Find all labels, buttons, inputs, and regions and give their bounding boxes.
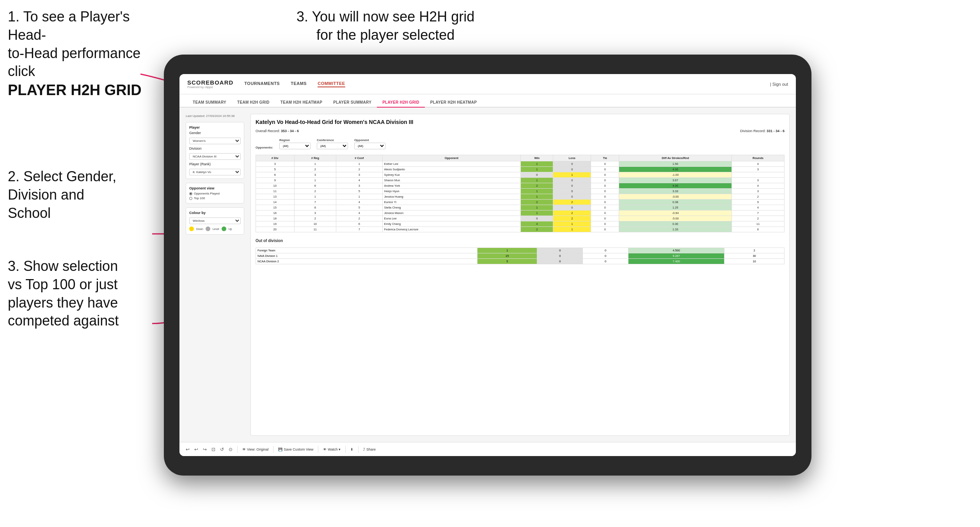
colour-by-select[interactable]: Win/loss [189,218,241,224]
th-tie: Tie [591,155,619,161]
instruction-step3-top: 3. You will now see H2H grid for the pla… [296,8,474,44]
legend-down-dot [189,226,194,231]
filter-row: Opponents: Region (All) Conference (All) [256,138,785,149]
gender-label: Gender [189,131,241,135]
eye-icon: 👁 [242,447,246,451]
division-record: Division Record: 331 - 34 - 6 [740,129,785,133]
bottom-toolbar: ↩ ↩ ↪ ⊡ ↺ ⊙ 👁 View: Original 💾 Save Cust… [179,442,796,456]
logo-sub: Powered by clippd [187,86,225,89]
conference-select[interactable]: (All) [317,143,348,149]
nav-links: TOURNAMENTS TEAMS COMMITTEE [244,81,770,87]
sub-nav-team-summary[interactable]: TEAM SUMMARY [187,98,232,108]
conference-label: Conference [317,138,348,142]
legend-level-dot [206,226,210,231]
colour-section: Colour by Win/loss Down Level Up [186,207,244,235]
opponent-view-section: Opponent view Opponents Played Top 100 [186,183,244,203]
table-row: 1311 Jessica Huang 100 -3.002 [256,194,785,200]
sub-nav: TEAM SUMMARY TEAM H2H GRID TEAM H2H HEAT… [179,94,796,108]
th-conf: # Conf [336,155,382,161]
opponent-label: Opponent [354,138,385,142]
watch-icon: 👁 [323,447,327,451]
toolbar-sep3 [318,446,318,453]
view-original-button[interactable]: 👁 View: Original [242,447,268,451]
gender-select[interactable]: Women's [189,138,241,144]
toolbar-sep1 [237,446,238,453]
save-icon: 💾 [278,447,282,451]
th-reg: # Reg [294,155,336,161]
table-row: 522 Alexis Sudjianto 100 4.003 [256,167,785,172]
sub-nav-player-h2h-heatmap[interactable]: PLAYER H2H HEATMAP [425,98,482,108]
tablet: SCOREBOARD Powered by clippd TOURNAMENTS… [164,55,811,476]
region-label: Region [279,138,311,142]
opponent-filter: Opponent (All) [354,138,385,149]
toolbar-sep5 [358,446,359,453]
colour-by-label: Colour by [189,211,241,215]
grid-icon[interactable]: ⊡ [211,447,215,452]
opponent-select[interactable]: (All) [354,143,385,149]
table-row: 914 Sharon Mun 100 3.673 [256,178,785,183]
player-rank-select[interactable]: 8. Katelyn Vo [189,169,241,175]
tablet-screen: SCOREBOARD Powered by clippd TOURNAMENTS… [179,74,796,456]
undo-icon[interactable]: ↩ [186,447,190,452]
region-filter: Region (All) [279,138,311,149]
logo: SCOREBOARD [187,79,233,86]
th-diff: Diff Av Strokes/Rnd [619,155,732,161]
share-icon: ⤴ [363,447,365,451]
division-select[interactable]: NCAA Division III [189,153,241,160]
overall-record: Overall Record: 353 - 34 - 6 [256,129,299,133]
out-of-division-header: Out of division [256,239,785,243]
toolbar-sep4 [345,446,346,453]
table-row: 311 Esther Lee 100 1.504 [256,161,785,167]
sub-nav-player-h2h-grid[interactable]: PLAYER H2H GRID [377,98,425,108]
sub-nav-team-h2h-heatmap[interactable]: TEAM H2H HEATMAP [275,98,328,108]
th-loss: Loss [553,155,591,161]
target-icon[interactable]: ⊙ [229,447,233,452]
radio-top100[interactable]: Top 100 [189,196,241,200]
th-rounds: Rounds [731,155,784,161]
colour-legend: Down Level Up [189,226,241,231]
table-row: 19106 Emily Chang 410 0.3011 [256,221,785,227]
sub-nav-team-h2h-grid[interactable]: TEAM H2H GRID [232,98,275,108]
redo-icon[interactable]: ↪ [203,447,207,452]
left-panel: Last Updated: 27/03/2024 16:55:38 Player… [186,114,244,436]
th-div: # Div [256,155,295,161]
watch-button[interactable]: 👁 Watch ▾ [323,447,341,451]
legend-level-label: Level [213,228,219,230]
legend-down-label: Down [196,228,203,230]
refresh-icon[interactable]: ↺ [220,447,224,452]
grid-records: Overall Record: 353 - 34 - 6 Division Re… [256,129,785,133]
table-row: 1634 Jessica Mason 120 -0.947 [256,210,785,216]
step-back-icon[interactable]: ↩ [194,447,198,452]
nav-teams[interactable]: TEAMS [291,81,307,87]
opponent-view-label: Opponent view [189,186,241,190]
table-row: NAIA Division 1 15 0 0 9.267 30 [256,253,785,259]
save-custom-view-button[interactable]: 💾 Save Custom View [278,447,313,451]
nav-sign-out[interactable]: | Sign out [770,82,788,87]
table-row: NCAA Division 2 5 0 0 7.400 10 [256,259,785,264]
table-row: 1063 Andrea York 200 4.004 [256,183,785,189]
table-row: 1474 Eunice Yi 220 0.389 [256,200,785,205]
last-updated: Last Updated: 27/03/2024 16:55:38 [186,114,244,118]
player-section: Player Gender Women's Division NCAA Divi… [186,122,244,179]
download-icon: ⬇ [350,447,353,451]
player-label: Player [189,126,241,129]
table-row: 633 Sydney Kuo 010 -1.00 [256,172,785,178]
sub-nav-player-summary[interactable]: PLAYER SUMMARY [328,98,377,108]
region-select[interactable]: (All) [279,143,311,149]
share-button[interactable]: ⤴ Share [363,447,376,451]
main-content: Last Updated: 27/03/2024 16:55:38 Player… [179,108,796,442]
th-win: Win [521,155,553,161]
nav-committee[interactable]: COMMITTEE [318,81,345,87]
radio-dot-top100 [189,197,192,200]
nav-bar: SCOREBOARD Powered by clippd TOURNAMENTS… [179,74,796,94]
radio-opponents-played[interactable]: Opponents Played [189,192,241,195]
download-button[interactable]: ⬇ [350,447,353,451]
nav-tournaments[interactable]: TOURNAMENTS [244,81,280,87]
h2h-table: # Div # Reg # Conf Opponent Win Loss Tie… [256,155,785,232]
opponents-filter-label: Opponents: [256,146,273,149]
instruction-step3-bottom: 3. Show selectionvs Top 100 or justplaye… [8,257,119,330]
table-row: 1125 Heejo Hyun 100 3.333 [256,189,785,194]
opponent-view-radio-group: Opponents Played Top 100 [189,192,241,200]
toolbar-sep2 [273,446,273,453]
right-panel: Katelyn Vo Head-to-Head Grid for Women's… [250,114,790,436]
